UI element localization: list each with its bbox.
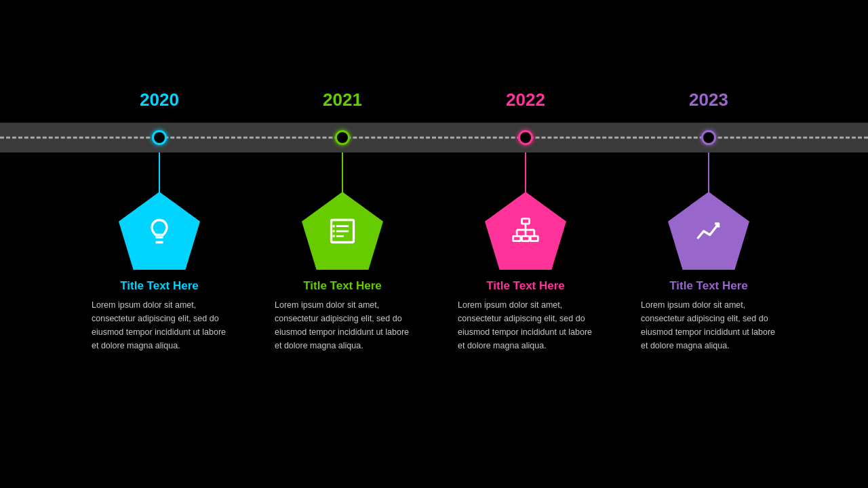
milestone-item-2022: Title Text HereLorem ipsum dolor sit ame…	[458, 152, 593, 352]
dot-wrapper-2020	[92, 130, 227, 145]
list-icon	[328, 216, 357, 246]
connector-line-2023	[708, 152, 709, 193]
milestone-item-2021: Title Text HereLorem ipsum dolor sit ame…	[275, 152, 410, 352]
lightbulb-icon	[144, 216, 174, 246]
milestone-title-2023: Title Text Here	[669, 279, 748, 293]
pentagon-2020	[119, 192, 200, 270]
chart-icon	[694, 216, 724, 246]
milestone-dot-2022	[518, 130, 533, 145]
svg-rect-10	[530, 236, 538, 241]
dot-wrapper-2021	[275, 130, 410, 145]
milestone-body-2023: Lorem ipsum dolor sit amet, consectetur …	[641, 298, 776, 352]
connector-line-2022	[525, 152, 526, 193]
milestone-item-2023: Title Text HereLorem ipsum dolor sit ame…	[641, 152, 776, 352]
year-label-2021: 2021	[275, 89, 410, 110]
pentagon-2021	[302, 192, 383, 270]
dots-row	[0, 130, 868, 145]
connector-line-2021	[342, 152, 343, 193]
svg-rect-9	[522, 236, 530, 241]
milestone-title-2020: Title Text Here	[120, 279, 199, 293]
milestone-dot-2021	[335, 130, 350, 145]
timeline-area: 2020202120222023 Title Text HereLorem ip…	[0, 89, 868, 352]
year-label-2022: 2022	[458, 89, 593, 110]
milestone-body-2020: Lorem ipsum dolor sit amet, consectetur …	[92, 298, 227, 352]
milestone-dot-2020	[152, 130, 167, 145]
hierarchy-icon	[511, 216, 540, 246]
milestone-title-2022: Title Text Here	[486, 279, 565, 293]
milestone-title-2021: Title Text Here	[303, 279, 382, 293]
milestone-dot-2023	[701, 130, 716, 145]
milestone-body-2022: Lorem ipsum dolor sit amet, consectetur …	[458, 298, 593, 352]
timeline-track	[0, 123, 868, 152]
pentagon-2023	[668, 192, 749, 270]
svg-rect-7	[522, 218, 530, 223]
connector-line-2020	[159, 152, 160, 193]
dot-wrapper-2023	[641, 130, 776, 145]
year-label-2020: 2020	[92, 89, 227, 110]
pentagon-2022	[485, 192, 566, 270]
years-row: 2020202120222023	[0, 89, 868, 110]
content-row: Title Text HereLorem ipsum dolor sit ame…	[0, 152, 868, 352]
dot-wrapper-2022	[458, 130, 593, 145]
year-label-2023: 2023	[641, 89, 776, 110]
milestone-item-2020: Title Text HereLorem ipsum dolor sit ame…	[92, 152, 227, 352]
svg-rect-8	[513, 236, 521, 241]
milestone-body-2021: Lorem ipsum dolor sit amet, consectetur …	[275, 298, 410, 352]
